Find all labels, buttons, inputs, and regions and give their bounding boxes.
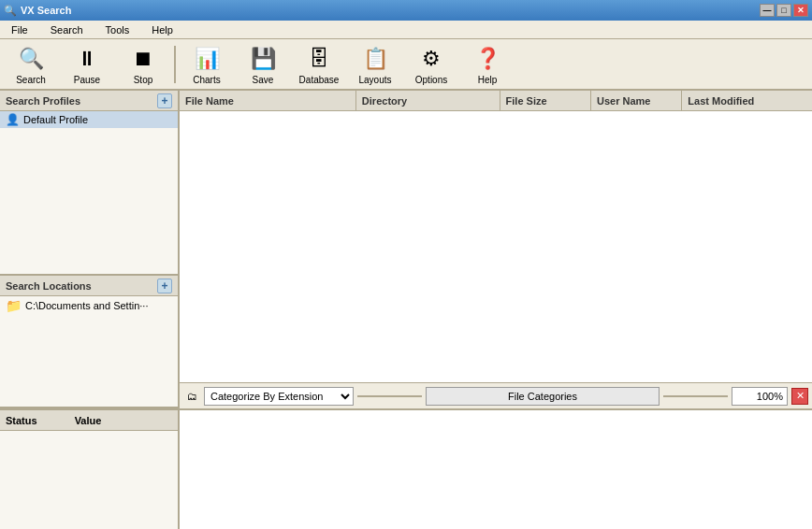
menu-search[interactable]: Search <box>43 22 91 37</box>
layouts-icon: 📋 <box>360 44 390 74</box>
status-header: Status Value <box>0 410 178 431</box>
col-header-filename[interactable]: File Name <box>180 91 356 110</box>
title-bar: 🔍 VX Search — □ ✕ <box>0 0 812 21</box>
toolbar: 🔍 Search ⏸ Pause ⏹ Stop 📊 Charts 💾 Save … <box>0 39 812 91</box>
help-label: Help <box>478 75 498 85</box>
window-icon: 🔍 <box>4 5 17 17</box>
layouts-label: Layouts <box>358 75 391 85</box>
status-content <box>0 431 178 529</box>
status-col-status: Status <box>6 415 37 426</box>
file-categories-button[interactable]: File Categories <box>426 387 660 406</box>
minimize-button[interactable]: — <box>760 4 775 17</box>
profiles-list: 👤 Default Profile <box>0 111 178 274</box>
folder-icon: 📁 <box>6 298 22 313</box>
menu-tools[interactable]: Tools <box>98 22 138 37</box>
search-icon: 🔍 <box>16 44 46 74</box>
locations-header: Search Locations + <box>0 276 178 296</box>
search-button[interactable]: 🔍 Search <box>4 41 58 88</box>
profile-label: Default Profile <box>23 114 88 125</box>
profiles-header: Search Profiles + <box>0 91 178 111</box>
locations-list: 📁 C:\Documents and Settin··· <box>0 296 178 407</box>
details-panel <box>180 410 812 529</box>
options-label: Options <box>415 75 447 85</box>
main-layout: Search Profiles + 👤 Default Profile Sear… <box>0 91 812 408</box>
bottom-section: Status Value <box>0 408 812 529</box>
col-header-filesize[interactable]: File Size <box>500 91 591 110</box>
col-header-username[interactable]: User Name <box>591 91 682 110</box>
search-label: Search <box>16 75 46 85</box>
pause-icon: ⏸ <box>72 44 102 74</box>
categorize-bar: 🗂 Categorize By Extension Categorize By … <box>180 382 812 408</box>
title-bar-left: 🔍 VX Search <box>4 5 71 17</box>
options-icon: ⚙ <box>416 44 446 74</box>
left-panel: Search Profiles + 👤 Default Profile Sear… <box>0 91 180 408</box>
charts-icon: 📊 <box>192 44 222 74</box>
location-item-documents[interactable]: 📁 C:\Documents and Settin··· <box>0 296 178 315</box>
categorize-select[interactable]: Categorize By Extension Categorize By Ty… <box>204 387 354 406</box>
database-icon: 🗄 <box>304 44 334 74</box>
save-button[interactable]: 💾 Save <box>236 41 290 88</box>
close-categorize-button[interactable]: ✕ <box>791 388 808 405</box>
col-header-lastmodified[interactable]: Last Modified <box>682 91 812 110</box>
cat-separator-left <box>357 395 422 397</box>
database-label: Database <box>299 75 340 85</box>
pause-button[interactable]: ⏸ Pause <box>60 41 114 88</box>
locations-header-label: Search Locations <box>6 280 92 292</box>
add-profile-button[interactable]: + <box>157 93 172 108</box>
cat-separator-right <box>663 395 728 397</box>
results-table-body <box>180 111 812 382</box>
menu-help[interactable]: Help <box>144 22 181 37</box>
col-header-directory[interactable]: Directory <box>356 91 500 110</box>
profile-icon: 👤 <box>6 113 20 126</box>
status-panel: Status Value <box>0 410 180 529</box>
menu-file[interactable]: File <box>4 22 36 37</box>
save-icon: 💾 <box>248 44 278 74</box>
locations-section: Search Locations + 📁 C:\Documents and Se… <box>0 276 178 408</box>
profiles-header-label: Search Profiles <box>6 95 80 107</box>
stop-icon: ⏹ <box>128 44 158 74</box>
stop-label: Stop <box>134 75 153 85</box>
database-button[interactable]: 🗄 Database <box>292 41 346 88</box>
help-icon: ❓ <box>472 44 502 74</box>
add-location-button[interactable]: + <box>157 279 172 293</box>
results-table-header: File Name Directory File Size User Name … <box>180 91 812 111</box>
profile-item-default[interactable]: 👤 Default Profile <box>0 111 178 128</box>
percent-input[interactable] <box>732 387 788 406</box>
status-col-value: Value <box>75 415 102 426</box>
charts-label: Charts <box>193 75 220 85</box>
profiles-section: Search Profiles + 👤 Default Profile <box>0 91 178 276</box>
save-label: Save <box>253 75 274 85</box>
toolbar-separator-1 <box>174 46 176 83</box>
close-button[interactable]: ✕ <box>793 4 808 17</box>
charts-button[interactable]: 📊 Charts <box>180 41 234 88</box>
options-button[interactable]: ⚙ Options <box>404 41 458 88</box>
location-label: C:\Documents and Settin··· <box>25 300 148 311</box>
help-button[interactable]: ❓ Help <box>460 41 515 88</box>
maximize-button[interactable]: □ <box>776 4 791 17</box>
categorize-icon: 🗂 <box>183 388 200 405</box>
layouts-button[interactable]: 📋 Layouts <box>348 41 402 88</box>
pause-label: Pause <box>74 75 100 85</box>
right-panel: File Name Directory File Size User Name … <box>180 91 812 408</box>
menu-bar: File Search Tools Help <box>0 21 812 39</box>
stop-button[interactable]: ⏹ Stop <box>116 41 170 88</box>
window-title: VX Search <box>21 5 71 16</box>
title-bar-controls: — □ ✕ <box>760 4 808 17</box>
